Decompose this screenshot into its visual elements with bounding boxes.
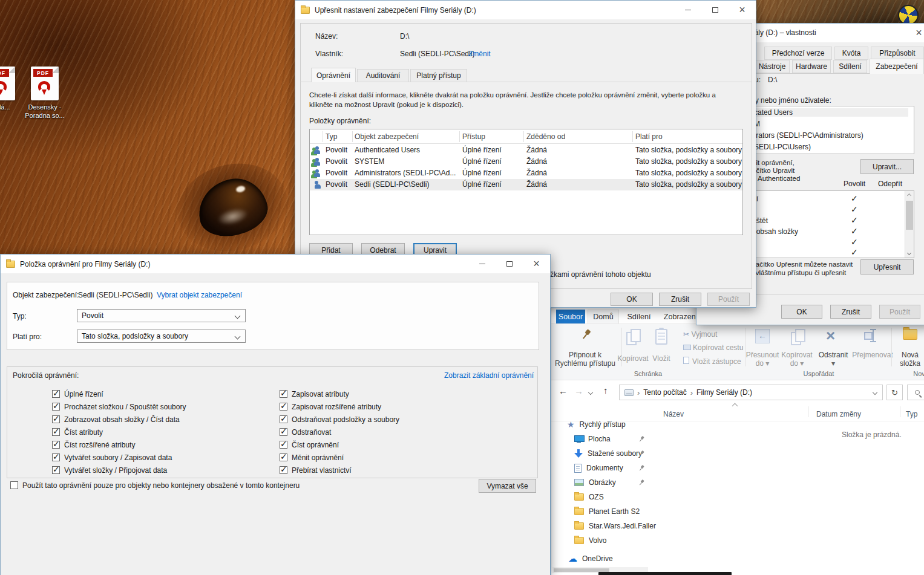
paste-button[interactable]: Vložit <box>648 354 675 363</box>
copy-button[interactable]: Kopírovat <box>614 354 652 363</box>
sidebar-item-downloads[interactable]: Stažené soubory <box>551 446 653 461</box>
checkbox-unchecked-icon[interactable] <box>10 481 18 489</box>
copy-path-button[interactable]: Kopírovat cestu <box>683 343 743 352</box>
table-row-selected[interactable]: PovolitSedli (SEDLI-PC\Sedli) Úplné říze… <box>310 179 742 190</box>
scroll-down-icon[interactable] <box>907 251 911 255</box>
checkbox-checked-icon[interactable] <box>280 403 287 411</box>
table-row[interactable]: PovolitAuthenticated Users Úplné řízeníŽ… <box>310 145 742 156</box>
column-divider[interactable] <box>900 406 900 417</box>
apply-button[interactable]: Použít <box>879 305 920 319</box>
sidebar-item-documents[interactable]: Dokumenty <box>551 461 653 475</box>
permission-checkbox-row[interactable]: Číst rozšířené atributy <box>52 438 135 451</box>
cut-button[interactable]: ✂ Vyjmout <box>683 330 717 339</box>
permission-checkbox-row[interactable]: Číst atributy <box>52 426 103 438</box>
breadcrumb-drive[interactable]: Filmy Seriály (D:) <box>696 388 752 397</box>
list-item[interactable]: cated Users <box>754 108 908 117</box>
tab-auditing[interactable]: Auditování <box>357 69 409 82</box>
paste-shortcut-button[interactable]: Vložit zástupce <box>683 357 741 366</box>
column-header-date[interactable]: Datum změny <box>816 410 861 418</box>
tab-effective-access[interactable]: Platný přístup <box>410 69 467 82</box>
desktop-icon-partial[interactable]: PDF kalá... <box>0 67 23 111</box>
list-item[interactable]: SEDLI-PC\Users) <box>754 143 811 151</box>
list-item[interactable]: trators (SEDLI-PC\Administrators) <box>754 131 863 140</box>
scrollbar[interactable] <box>905 191 914 258</box>
table-row[interactable]: PovolitAdministrators (SEDLI-PC\Ad... Úp… <box>310 167 742 179</box>
column-header-inherited[interactable]: Zděděno od <box>526 132 565 141</box>
table-row[interactable]: PovolitSYSTEM Úplné řízeníŽádná Tato slo… <box>310 156 742 167</box>
close-button[interactable] <box>905 24 924 42</box>
copy-to-button[interactable]: Kopírovat <box>776 351 818 359</box>
new-folder-button[interactable]: Nová <box>892 351 924 359</box>
sidebar-item-folder[interactable]: Planet Earth S2 <box>551 504 653 519</box>
type-dropdown[interactable]: Povolit <box>77 309 246 322</box>
permission-checkbox-row[interactable]: Měnit oprávnění <box>280 451 344 464</box>
checkbox-checked-icon[interactable] <box>280 390 287 398</box>
checkbox-checked-icon[interactable] <box>280 441 287 449</box>
maximize-button[interactable] <box>701 1 729 19</box>
rename-button[interactable]: Přejmenovat <box>848 351 897 359</box>
clear-all-button[interactable]: Vymazat vše <box>479 479 536 493</box>
tab-sharing[interactable]: Sdílení <box>833 60 867 73</box>
close-button[interactable] <box>729 1 756 19</box>
column-header-access[interactable]: Přístup <box>462 132 485 141</box>
column-header-type[interactable]: Typ <box>906 410 917 418</box>
back-button[interactable]: ← <box>559 386 568 396</box>
checkbox-checked-icon[interactable] <box>52 390 60 398</box>
checkbox-checked-icon[interactable] <box>52 453 60 461</box>
pin-icon[interactable] <box>637 478 646 487</box>
checkbox-checked-icon[interactable] <box>52 428 60 436</box>
column-divider[interactable] <box>808 406 808 417</box>
permission-checkbox-row[interactable]: Číst oprávnění <box>280 438 339 451</box>
select-principal-link[interactable]: Vybrat objekt zabezpečení <box>157 291 242 299</box>
checkbox-checked-icon[interactable] <box>280 428 287 436</box>
column-header-name[interactable]: Název <box>663 410 684 418</box>
change-owner-link[interactable]: Změnit <box>468 50 491 58</box>
ball-desktop-icon[interactable] <box>898 5 919 25</box>
column-header-principal[interactable]: Objekt zabezpečení <box>355 132 419 141</box>
sidebar-item-folder[interactable]: OZS <box>551 490 653 504</box>
cancel-button[interactable]: Zrušit <box>830 305 871 319</box>
up-button[interactable]: ↑ <box>603 385 608 395</box>
refresh-button[interactable]: ↻ <box>886 385 903 400</box>
forward-button[interactable]: → <box>574 386 583 396</box>
tab-hardware[interactable]: Hardware <box>792 60 831 73</box>
tab-home[interactable]: Domů <box>588 310 619 323</box>
column-header-type[interactable]: Typ <box>326 132 337 141</box>
sidebar-item-onedrive[interactable]: ☁OneDrive <box>551 551 653 566</box>
cancel-button[interactable]: Zrušit <box>659 293 701 306</box>
permission-checkbox-row[interactable]: Vytvářet složky / Připojovat data <box>52 464 167 476</box>
maximize-button[interactable] <box>496 255 523 273</box>
ok-button[interactable]: OK <box>781 305 822 319</box>
permission-checkbox-row[interactable]: Odstraňovat <box>280 426 331 438</box>
applies-dropdown[interactable]: Tato složka, podsložky a soubory <box>77 330 246 343</box>
advanced-button[interactable]: Upřesnit <box>860 259 914 275</box>
tab-permissions[interactable]: Oprávnění <box>311 68 356 82</box>
tab-quota[interactable]: Kvóta <box>834 47 868 60</box>
tab-tools[interactable]: Nástroje <box>755 60 790 73</box>
permission-checkbox-row[interactable]: Procházet složkou / Spouštět soubory <box>52 400 186 413</box>
permission-checkbox-row[interactable]: Vytvářet soubory / Zapisovat data <box>52 451 172 464</box>
edit-permissions-button[interactable]: Upravit... <box>860 159 914 174</box>
tab-customize[interactable]: Přizpůsobit <box>871 47 924 60</box>
checkbox-checked-icon[interactable] <box>280 453 287 461</box>
delete-dropdown[interactable]: ▾ <box>813 359 854 368</box>
ok-button[interactable]: OK <box>611 293 653 306</box>
permission-checkbox-row[interactable]: Přebírat vlastnictví <box>280 464 352 476</box>
permission-checkbox-row[interactable]: Zapisovat atributy <box>280 388 349 400</box>
recent-locations-chevron-icon[interactable] <box>588 390 593 395</box>
checkbox-checked-icon[interactable] <box>280 466 287 474</box>
pin-to-quick-access-button[interactable]: Připnout k <box>551 351 619 359</box>
groups-list[interactable]: cated Users M trators (SEDLI-PC\Administ… <box>750 106 914 154</box>
close-button[interactable] <box>523 255 550 273</box>
desktop-icon-pdf[interactable]: PDF Desensky - Poradna so... <box>23 67 67 120</box>
tab-previous-versions[interactable]: Předchozí verze <box>764 47 832 60</box>
breadcrumb-this-pc[interactable]: Tento počítač <box>643 388 686 397</box>
search-box[interactable] <box>907 385 924 400</box>
pin-icon[interactable] <box>637 435 646 443</box>
minimize-button[interactable] <box>674 1 701 19</box>
tab-security[interactable]: Zabezpečení <box>870 59 924 74</box>
permission-checkbox-row[interactable]: Odstraňovat podsložky a soubory <box>280 413 399 426</box>
checkbox-checked-icon[interactable] <box>280 415 287 423</box>
show-basic-permissions-link[interactable]: Zobrazit základní oprávnění <box>444 371 534 380</box>
scrollbar-thumb[interactable] <box>906 201 913 230</box>
